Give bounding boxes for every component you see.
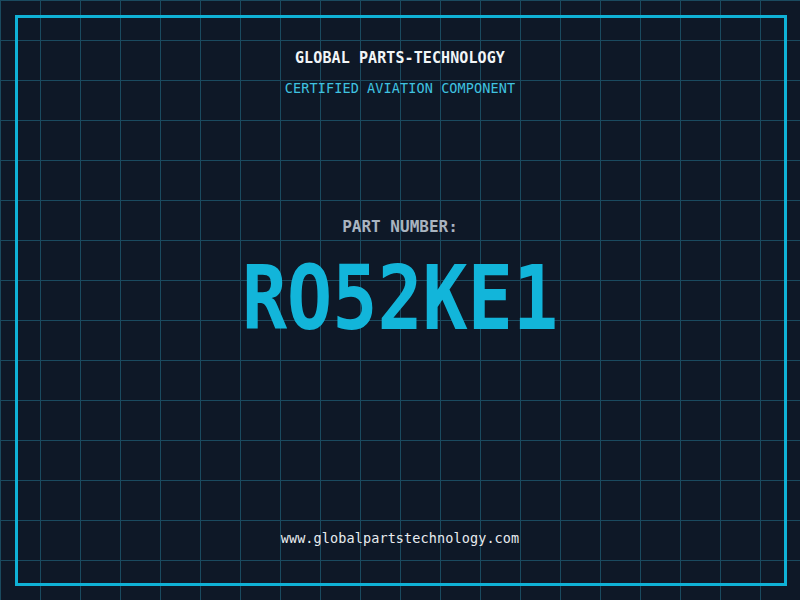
part-number-value: RO52KE1 <box>0 255 800 344</box>
company-name: GLOBAL PARTS-TECHNOLOGY <box>0 50 800 66</box>
part-number-label: PART NUMBER: <box>0 219 800 235</box>
website-url: www.globalpartstechnology.com <box>0 530 800 546</box>
certification-subtitle: CERTIFIED AVIATION COMPONENT <box>0 80 800 96</box>
part-label-card: GLOBAL PARTS-TECHNOLOGY CERTIFIED AVIATI… <box>0 0 800 600</box>
